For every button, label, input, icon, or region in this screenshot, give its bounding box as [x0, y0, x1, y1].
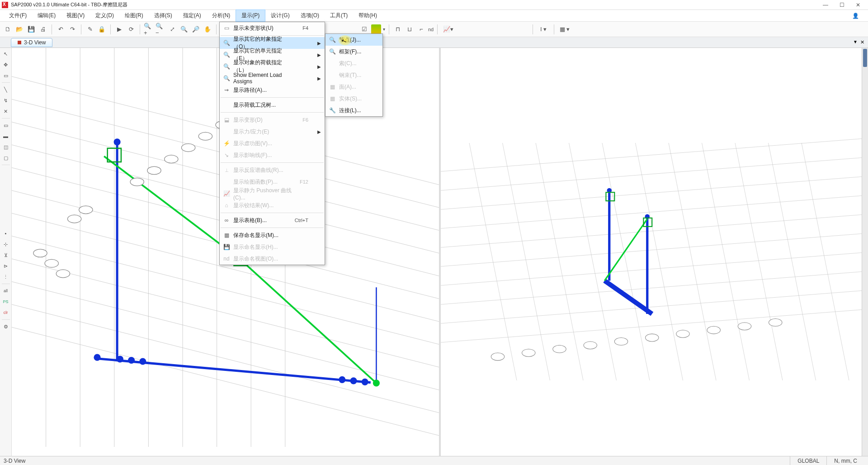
menu-draw[interactable]: 绘图(R) — [119, 10, 149, 21]
svg-point-69 — [491, 353, 504, 361]
status-units[interactable]: N, mm, C — [826, 456, 864, 465]
submenu-item-1[interactable]: 🔍框架(F)... — [326, 46, 382, 57]
menu-design[interactable]: 设计(G) — [265, 10, 295, 21]
menu-item-3[interactable]: 🔍显示对象的荷载指定（L）▶ — [220, 61, 325, 72]
lock-icon[interactable]: 🔒 — [97, 24, 107, 34]
pan-icon[interactable]: ✋ — [203, 24, 212, 34]
snap-grid-icon[interactable]: ⋮ — [2, 273, 10, 281]
menu-options[interactable]: 选项(O) — [295, 10, 325, 21]
svg-point-40 — [45, 259, 58, 267]
menu-item-icon: 🔍 — [220, 75, 233, 81]
svg-point-38 — [130, 178, 144, 186]
menu-assign[interactable]: 指定(A) — [178, 10, 207, 21]
print-icon[interactable]: 🖨 — [38, 24, 48, 34]
check-icon[interactable]: ☑ — [359, 24, 369, 34]
minimize-button[interactable]: — — [817, 1, 834, 9]
snap-int-icon[interactable]: ⊳ — [2, 262, 10, 270]
statusbar: 3-D View GLOBAL N, mm, C — [0, 456, 868, 465]
tool-icon[interactable]: ⚙ — [2, 323, 10, 331]
open-icon[interactable]: 📂 — [14, 24, 24, 34]
user-icon[interactable]: 👤 — [847, 11, 864, 21]
run-analysis-icon[interactable]: ⟳ — [126, 24, 136, 34]
zoom-prev-icon[interactable]: 🔍 — [179, 24, 189, 34]
refresh-icon[interactable]: ✎ — [85, 24, 95, 34]
menu-view[interactable]: 视图(V) — [61, 10, 90, 21]
tabbar-dropdown-icon[interactable]: ▼ — [853, 39, 858, 45]
menu-item-icon: nd — [220, 256, 233, 262]
redo-icon[interactable]: ↷ — [67, 24, 77, 34]
snap-point-icon[interactable]: • — [2, 229, 10, 237]
menu-define[interactable]: 定义(D) — [90, 10, 119, 21]
move-icon[interactable]: ✥ — [2, 61, 10, 69]
all-label[interactable]: all — [2, 287, 10, 295]
close-button[interactable]: ✕ — [850, 1, 866, 9]
pointer-icon[interactable]: ↖ — [2, 50, 10, 58]
select-rect-icon[interactable]: ▭ — [2, 71, 10, 80]
joint-icon[interactable]: ⌐ — [416, 24, 426, 34]
menu-item-label: 显示荷载工况树... — [233, 101, 312, 109]
side-toolbar: ↖ ✥ ▭ ╲ ↯ ✕ ▭ ▬ ◫ ▢ • ⊹ ⊻ ⊳ ⋮ all PS clr… — [0, 48, 12, 456]
canvas-area — [12, 48, 868, 456]
chart-dd[interactable]: 📈▾ — [441, 24, 455, 34]
tabbar-close-icon[interactable]: ✕ — [860, 39, 864, 45]
menu-select[interactable]: 选择(S) — [149, 10, 178, 21]
undo-icon[interactable]: ↶ — [56, 24, 66, 34]
svg-point-41 — [56, 270, 70, 278]
menu-item-4[interactable]: 🔍Show Element Load Assigns▶ — [220, 72, 325, 84]
menu-item-16[interactable]: ▦保存命名显示(M)... — [220, 229, 325, 241]
scrollbar-right[interactable] — [862, 48, 868, 456]
text-dd[interactable]: I ▾ — [537, 24, 550, 34]
submenu-item-0[interactable]: 🔍节点(J)... — [326, 34, 382, 46]
polyline-icon[interactable]: ↯ — [2, 96, 10, 104]
menu-item-15[interactable]: ∞显示表格(B)...Ctrl+T — [220, 214, 325, 226]
grid-dd[interactable]: ▦ ▾ — [558, 24, 571, 34]
tab-3dview[interactable]: 3-D View — [11, 38, 52, 47]
submenu-item-6[interactable]: 🔧连接(L)... — [326, 104, 382, 116]
menu-edit[interactable]: 编辑(E) — [32, 10, 61, 21]
viewport-right[interactable] — [441, 48, 868, 456]
extrude-icon[interactable]: ⊔ — [405, 24, 415, 34]
menu-item-label: 显示反应谱曲线(R)... — [233, 166, 312, 174]
menu-item-10: ↘显示影响线(F)... — [220, 149, 325, 161]
menu-item-6[interactable]: 显示荷载工况树... — [220, 99, 325, 111]
status-coord[interactable]: GLOBAL — [790, 456, 826, 465]
display-menu-dropdown: ▭显示未变形状(U)F4🔍显示其它的对象指定（O）▶🔍显示其它的单元指定（E）▶… — [219, 22, 325, 265]
nd-label[interactable]: nd — [428, 24, 434, 34]
svg-point-35 — [181, 144, 195, 152]
clr-label[interactable]: clr — [2, 308, 10, 317]
solid-icon[interactable]: ▢ — [2, 154, 10, 162]
zoom-fit-icon[interactable]: ⤢ — [167, 24, 177, 34]
menu-display[interactable]: 显示(P) — [236, 9, 265, 22]
zoom-out-icon[interactable]: 🔍− — [156, 24, 165, 34]
menu-item-5[interactable]: ⇝显示路径(A)... — [220, 84, 325, 96]
new-icon[interactable]: 🗋 — [3, 24, 13, 34]
svg-point-23 — [128, 357, 135, 364]
submenu-item-4: ▦面(A)... — [326, 81, 382, 93]
snap-end-icon[interactable]: ⊹ — [2, 240, 10, 248]
tabbar: 3-D View iew ▼ ✕ — [0, 37, 868, 48]
menu-file[interactable]: 文件(F) — [4, 10, 32, 21]
zoom-window-icon[interactable]: 🔎 — [191, 24, 201, 34]
snap-mid-icon[interactable]: ⊻ — [2, 251, 10, 259]
maximize-button[interactable]: ☐ — [834, 1, 850, 9]
color-dd[interactable] — [371, 24, 381, 34]
crossline-icon[interactable]: ✕ — [2, 107, 10, 115]
menu-item-shortcut: F12 — [300, 179, 312, 185]
area-icon[interactable]: ▬ — [2, 132, 10, 140]
menu-analyze[interactable]: 分析(N) — [207, 10, 236, 21]
section-icon[interactable]: ⊓ — [393, 24, 403, 34]
menu-item-icon: ↘ — [220, 152, 233, 158]
save-icon[interactable]: 💾 — [26, 24, 36, 34]
svg-point-77 — [738, 323, 751, 330]
menu-item-0[interactable]: ▭显示未变形状(U)F4 — [220, 22, 325, 34]
shell-icon[interactable]: ◫ — [2, 143, 10, 151]
frame-icon[interactable]: ▭ — [2, 121, 10, 129]
line-icon[interactable]: ╲ — [2, 85, 10, 94]
run-icon[interactable]: ▶ — [114, 24, 124, 34]
ps-label[interactable]: PS — [2, 298, 10, 306]
submenu-item-icon: ▦ — [326, 95, 339, 102]
menu-help[interactable]: 帮助(H) — [353, 10, 382, 21]
tab-close-icon[interactable] — [18, 41, 21, 44]
menu-tools[interactable]: 工具(T) — [325, 10, 353, 21]
zoom-in-icon[interactable]: 🔍+ — [144, 24, 154, 34]
